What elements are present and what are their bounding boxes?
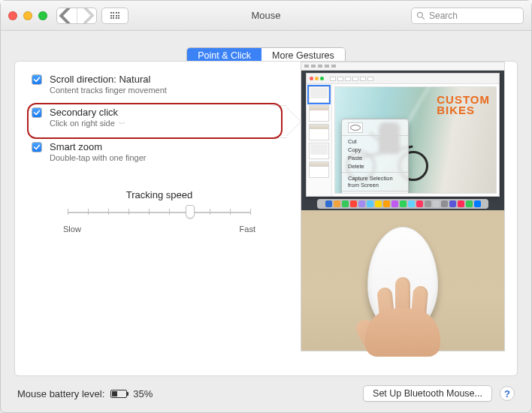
mini-headline: CUSTOM BIKES [437, 95, 490, 116]
checkbox-smart-zoom[interactable] [32, 142, 42, 152]
minimize-window-button[interactable] [23, 11, 32, 20]
mini-dock [317, 199, 488, 209]
battery-percent: 35% [133, 388, 153, 399]
svg-line-1 [422, 17, 425, 19]
help-button[interactable]: ? [500, 386, 515, 401]
check-icon [33, 143, 41, 151]
preview-screen: CUSTOM BIKES CutCopyPasteDeleteCapture S… [301, 62, 504, 210]
close-window-button[interactable] [8, 11, 17, 20]
option-subtitle: Double-tap with one finger [50, 153, 146, 162]
search-field[interactable]: Search [411, 8, 524, 24]
window-controls [8, 11, 47, 20]
slider-min-label: Slow [63, 225, 81, 234]
option-title: Smart zoom [50, 141, 146, 152]
checkbox-scroll-direction[interactable] [32, 74, 42, 85]
tracking-speed-group: Tracking speed Slow Fast [62, 189, 257, 234]
titlebar: Mouse Search [1, 1, 531, 31]
check-icon [33, 109, 41, 116]
search-icon [416, 11, 425, 20]
preferences-window: Mouse Search Point & Click More Gestures [0, 0, 532, 413]
mini-menubar [301, 62, 504, 71]
slider-thumb[interactable] [186, 205, 195, 219]
mini-document: CUSTOM BIKES CutCopyPasteDeleteCapture S… [335, 87, 496, 193]
back-button[interactable] [57, 8, 77, 23]
option-secondary-click: Secondary click Click on right side ﹀ [27, 101, 292, 135]
search-placeholder: Search [429, 11, 458, 21]
battery-status: Mouse battery level: 35% [17, 388, 153, 399]
footer: Mouse battery level: 35% Set Up Bluetoot… [14, 376, 518, 402]
zoom-window-button[interactable] [38, 11, 47, 20]
gesture-preview: CUSTOM BIKES CutCopyPasteDeleteCapture S… [301, 62, 505, 351]
option-title: Scroll direction: Natural [50, 74, 167, 85]
mini-sidebar [307, 84, 332, 196]
checkbox-secondary-click[interactable] [32, 107, 42, 118]
nav-back-forward [56, 8, 97, 24]
mini-context-menu: CutCopyPasteDeleteCapture Selection from… [341, 119, 409, 193]
secondary-click-dropdown[interactable]: Click on right side ﹀ [50, 119, 125, 129]
show-all-prefs-button[interactable] [101, 8, 128, 24]
grid-icon [110, 12, 120, 19]
option-scroll-direction: Scroll direction: Natural Content tracks… [27, 68, 292, 101]
content-area: Point & Click More Gestures Scroll direc… [1, 31, 531, 412]
tracking-speed-label: Tracking speed [62, 189, 257, 200]
setup-bluetooth-mouse-button[interactable]: Set Up Bluetooth Mouse... [363, 385, 492, 402]
options-column: Scroll direction: Natural Content tracks… [27, 62, 292, 351]
forward-button[interactable] [77, 8, 96, 23]
option-title: Secondary click [50, 107, 125, 118]
check-icon [33, 76, 41, 83]
tracking-speed-slider[interactable] [62, 205, 257, 220]
mini-app-window: CUSTOM BIKES CutCopyPasteDeleteCapture S… [306, 73, 500, 197]
option-subtitle: Content tracks finger movement [50, 86, 167, 95]
chevron-down-icon: ﹀ [119, 120, 125, 128]
selection-arrow [271, 105, 301, 138]
battery-icon [110, 390, 127, 398]
settings-panel: Scroll direction: Natural Content tracks… [14, 61, 518, 376]
option-smart-zoom: Smart zoom Double-tap with one finger [27, 135, 292, 168]
hand-illustration [358, 288, 448, 357]
preview-desk [301, 210, 504, 351]
slider-max-label: Fast [240, 225, 255, 234]
